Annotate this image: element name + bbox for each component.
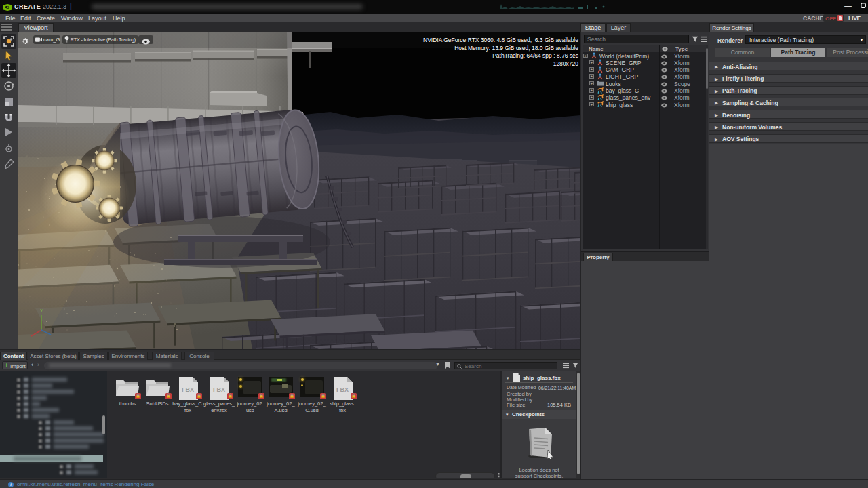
svg-text:FBX: FBX [213,386,225,393]
svg-text:Y: Y [40,308,43,313]
svg-text:FBX: FBX [182,386,194,393]
svg-text:FBX: FBX [336,386,349,393]
